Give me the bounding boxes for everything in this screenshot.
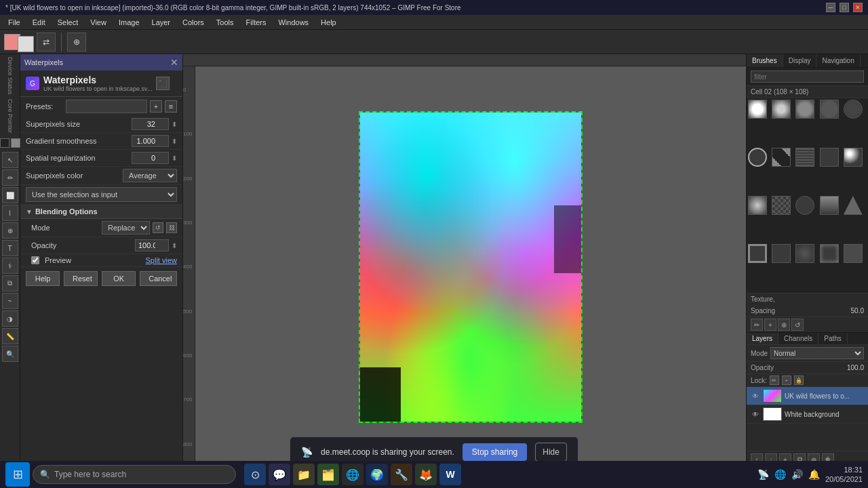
tool-measure[interactable]: 📏 xyxy=(2,328,18,344)
tool-dodge[interactable]: ◑ xyxy=(2,310,18,327)
tool-crop[interactable]: ⊕ xyxy=(2,222,18,239)
gradient-smoothness-spinner[interactable]: ⬍ xyxy=(172,138,177,145)
canvas-viewport[interactable] xyxy=(195,66,746,468)
lock-position-icon[interactable]: + xyxy=(782,375,791,385)
close-button[interactable]: ✕ xyxy=(853,3,863,12)
brush-thumb[interactable] xyxy=(820,100,839,119)
spacing-action-1[interactable]: ✏ xyxy=(751,319,763,331)
spacing-action-4[interactable]: ↺ xyxy=(791,319,804,331)
brush-thumb[interactable] xyxy=(748,100,767,119)
brush-thumb[interactable] xyxy=(820,196,839,215)
help-button[interactable]: Help xyxy=(26,271,60,286)
tool-clone[interactable]: ⧉ xyxy=(2,275,18,291)
mode-reset-icon[interactable]: ↺ xyxy=(153,222,163,233)
taskbar-app-chat[interactable]: 💬 xyxy=(269,464,290,485)
tool-extra-button[interactable]: ⊕ xyxy=(67,33,86,52)
menu-edit[interactable]: Edit xyxy=(27,17,51,28)
tool-lasso[interactable]: ⌇ xyxy=(2,205,18,221)
mode-chain-icon[interactable]: ⛓ xyxy=(166,222,177,233)
tray-network-icon[interactable]: 🌐 xyxy=(774,469,786,480)
lock-all-icon[interactable]: 🔒 xyxy=(794,375,804,385)
tray-notification-icon[interactable]: 🔔 xyxy=(808,469,820,480)
tray-meet-icon[interactable]: 📡 xyxy=(757,469,769,480)
tab-display[interactable]: Display xyxy=(783,54,817,67)
window-controls[interactable]: ─ □ ✕ xyxy=(826,3,863,12)
menu-tools[interactable]: Tools xyxy=(211,17,239,28)
preset-menu-button[interactable]: ≡ xyxy=(165,100,177,113)
menu-select[interactable]: Select xyxy=(52,17,84,28)
preview-checkbox[interactable] xyxy=(31,256,39,264)
plugin-action-button[interactable]: ⬛ xyxy=(156,77,170,90)
menu-image[interactable]: Image xyxy=(113,17,145,28)
layer-item[interactable]: 👁 UK wild flowers to o... xyxy=(747,387,868,405)
superpixels-size-spinner[interactable]: ⬍ xyxy=(172,121,177,128)
taskbar-app-gimp[interactable]: 🔧 xyxy=(391,464,412,485)
fg-color-box[interactable] xyxy=(0,138,9,148)
menu-windows[interactable]: Windows xyxy=(273,17,314,28)
taskbar-app-chrome[interactable]: 🌐 xyxy=(342,464,363,485)
brush-thumb[interactable] xyxy=(844,148,863,167)
brush-thumb[interactable] xyxy=(772,244,791,263)
tool-text[interactable]: T xyxy=(2,240,18,256)
taskbar-app-inkscape[interactable]: 🦊 xyxy=(415,464,437,485)
tool-zoom[interactable]: 🔍 xyxy=(2,346,18,362)
split-view-button[interactable]: Split view xyxy=(146,256,177,264)
superpixels-color-select[interactable]: Average Fixed xyxy=(123,169,177,182)
brush-thumb[interactable] xyxy=(844,100,863,119)
taskbar-app-cortana[interactable]: ⊙ xyxy=(244,464,266,485)
spatial-regularization-input[interactable] xyxy=(132,152,169,164)
stop-sharing-button[interactable]: Stop sharing xyxy=(462,443,527,461)
brush-thumb[interactable] xyxy=(795,244,814,263)
brush-thumb[interactable] xyxy=(844,196,863,215)
tab-navigation[interactable]: Navigation xyxy=(816,54,860,67)
brush-thumb[interactable] xyxy=(748,148,767,167)
clock[interactable]: 18:31 20/05/2021 xyxy=(825,465,863,485)
mode-select[interactable]: Replace Normal Multiply xyxy=(102,221,150,235)
swap-colors-button[interactable]: ⇄ xyxy=(37,33,56,52)
lock-pixel-icon[interactable]: ✏ xyxy=(770,375,779,385)
taskbar-app-word[interactable]: W xyxy=(439,464,461,485)
brush-thumb[interactable] xyxy=(772,100,791,119)
brush-thumb[interactable] xyxy=(795,148,814,167)
menu-colors[interactable]: Colors xyxy=(177,17,210,28)
bg-color-box[interactable] xyxy=(11,138,20,148)
layer-item[interactable]: 👁 White background xyxy=(747,405,868,424)
gradient-smoothness-input[interactable] xyxy=(132,135,169,147)
layer-visibility-icon[interactable]: 👁 xyxy=(751,391,760,401)
menu-help[interactable]: Help xyxy=(315,17,342,28)
opacity-spinner[interactable]: ⬍ xyxy=(172,242,177,249)
brush-thumb[interactable] xyxy=(795,100,814,119)
brush-thumb[interactable] xyxy=(844,244,863,263)
tool-smudge[interactable]: ~ xyxy=(2,293,18,309)
superpixels-size-input[interactable] xyxy=(132,118,169,130)
tab-paths[interactable]: Paths xyxy=(818,333,848,344)
taskbar-app-files[interactable]: 🗂️ xyxy=(317,464,339,485)
reset-button[interactable]: Reset xyxy=(64,271,98,286)
brush-thumb[interactable] xyxy=(820,148,839,167)
brush-thumb[interactable] xyxy=(748,244,767,263)
opacity-input[interactable] xyxy=(135,239,169,251)
menu-view[interactable]: View xyxy=(85,17,112,28)
taskbar-search[interactable]: 🔍 Type here to search xyxy=(33,465,236,484)
brush-thumb[interactable] xyxy=(772,196,791,215)
spacing-action-3[interactable]: ⊕ xyxy=(778,319,790,331)
brush-thumb[interactable] xyxy=(772,148,791,167)
taskbar-app-explorer[interactable]: 📁 xyxy=(293,464,315,485)
spacing-action-2[interactable]: + xyxy=(764,319,776,331)
tool-paint[interactable]: ✏ xyxy=(2,169,18,186)
layer-visibility-icon[interactable]: 👁 xyxy=(751,409,760,419)
menu-file[interactable]: File xyxy=(3,17,26,28)
menu-filters[interactable]: Filters xyxy=(241,17,272,28)
brush-thumb[interactable] xyxy=(748,196,767,215)
tray-volume-icon[interactable]: 🔊 xyxy=(791,469,803,480)
tab-layers[interactable]: Layers xyxy=(747,333,778,344)
blending-options-header[interactable]: ▼ Blending Options xyxy=(20,205,182,219)
hide-button[interactable]: Hide xyxy=(535,443,567,462)
background-swatch[interactable] xyxy=(18,36,34,52)
preset-add-button[interactable]: + xyxy=(150,100,162,113)
selection-input-select[interactable]: Use the selection as input Ignore select… xyxy=(26,187,177,202)
tool-pointer[interactable]: ↖ xyxy=(2,152,18,168)
presets-dropdown[interactable] xyxy=(66,100,147,113)
brush-thumb[interactable] xyxy=(795,196,814,215)
brush-thumb[interactable] xyxy=(820,244,839,263)
